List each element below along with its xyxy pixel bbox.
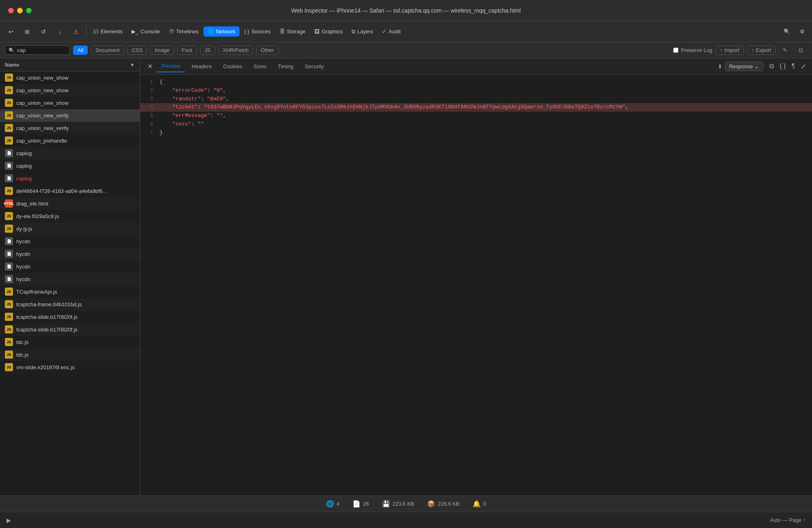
tab-console[interactable]: ▶_ Console [127, 26, 164, 37]
grid-button[interactable]: ⊞ [19, 26, 35, 37]
list-item[interactable]: JStdc.js [0, 336, 140, 348]
list-item[interactable]: JSvm-slide.e201876f.enc.js [0, 361, 140, 374]
file-name: hycdn [16, 276, 135, 282]
file-icon-html: HTML [5, 199, 13, 208]
line-content: "errMessage": "", [160, 112, 812, 120]
close-detail-button[interactable]: ✕ [145, 62, 155, 71]
network-icon: 🌐 [207, 28, 214, 35]
list-item[interactable]: JScap_union_prehandle [0, 134, 140, 147]
list-item[interactable]: JStdc.js [0, 348, 140, 361]
import-button[interactable]: ↑ Import [716, 45, 744, 55]
list-item[interactable]: JScap_union_new_verify [0, 122, 140, 134]
list-item[interactable]: 📄hycdn [0, 235, 140, 248]
response-dropdown[interactable]: Response ⌄ [725, 62, 764, 71]
sort-icon[interactable]: ▼ [130, 62, 135, 68]
tab-timelines[interactable]: ⏱ Timelines [165, 26, 203, 37]
list-item[interactable]: JScap_union_new_show [0, 97, 140, 109]
preserve-log-label[interactable]: Preserve Log [681, 47, 712, 53]
warning-button[interactable]: ⚠ [68, 26, 84, 37]
response-download-icon: ⬇ [718, 63, 722, 69]
tab-sources[interactable]: { } Sources [240, 26, 275, 37]
page-info: Auto — Page ↑ [770, 517, 806, 523]
file-icon-doc: 📄 [5, 162, 13, 170]
console-toggle[interactable]: ▶ [6, 517, 11, 524]
text-icon[interactable]: ¶ [790, 61, 796, 71]
list-item[interactable]: JStcaptcha-slide.b170820f.js [0, 323, 140, 336]
status-transferred: 💾 223.6 KB [382, 500, 415, 508]
list-item[interactable]: JSTCapIframeApi.js [0, 286, 140, 298]
resize-icon[interactable]: ⤢ [799, 61, 807, 71]
search-button[interactable]: 🔍 [780, 26, 794, 37]
line-number: 1 [140, 78, 160, 87]
maximize-button[interactable] [26, 8, 32, 13]
tab-graphics[interactable]: 🖼 Graphics [310, 26, 347, 37]
braces-icon[interactable]: { } [778, 61, 787, 71]
filter-all[interactable]: All [73, 45, 88, 55]
tab-preview[interactable]: Preview [157, 61, 185, 72]
preserve-log-checkbox[interactable] [673, 48, 678, 53]
line-content: "randstr": "@aE0", [160, 95, 812, 104]
download-button[interactable]: ↓ [52, 26, 67, 37]
back-button[interactable]: ↩ [3, 26, 19, 37]
tab-layers-label: Layers [357, 28, 373, 35]
tab-timing[interactable]: Timing [273, 61, 298, 72]
code-line: 6 "sess": "" [140, 120, 812, 129]
code-line: 4 "ticket": "t037wB0A3PqVgyLEn_vXxg0Yoto… [140, 103, 812, 112]
clear-button[interactable]: ✎ [779, 46, 791, 54]
layers-icon: ⧉ [352, 28, 355, 35]
list-item[interactable]: JScap_union_new_show [0, 84, 140, 97]
filter-button[interactable]: ⊡ [795, 46, 807, 54]
tab-headers[interactable]: Headers [187, 61, 216, 72]
tab-security[interactable]: Security [300, 61, 329, 72]
list-item[interactable]: 📄caplog [0, 147, 140, 160]
filter-css[interactable]: CSS [127, 45, 147, 55]
response-label: Response [729, 63, 753, 69]
file-icon-js: JS [5, 325, 13, 333]
list-item[interactable]: 📄caplog [0, 160, 140, 172]
filter-js[interactable]: JS [200, 45, 215, 55]
tab-sizes[interactable]: Sizes [248, 61, 271, 72]
list-item[interactable]: JSdy-ele.f029a5c8.js [0, 210, 140, 223]
refresh-button[interactable]: ↺ [36, 26, 51, 37]
tab-timelines-label: Timelines [176, 28, 199, 35]
search-box: 🔍 [5, 45, 70, 55]
action-icons: ⧉ { } ¶ ⤢ [768, 61, 807, 71]
filter-xhr[interactable]: XHR/Fetch [218, 45, 253, 55]
graphics-icon: 🖼 [314, 28, 320, 35]
traffic-lights [8, 8, 32, 13]
list-item[interactable]: JScap_union_new_show [0, 71, 140, 84]
list-item[interactable]: JScap_union_new_verify [0, 109, 140, 122]
close-button[interactable] [8, 8, 14, 13]
list-item[interactable]: JSdef46644-f726-4163-ad04-a4efa9bf6... [0, 185, 140, 197]
response-selector: ⬇ Response ⌄ [718, 62, 764, 71]
tab-storage[interactable]: 🗄 Storage [276, 26, 310, 37]
preserve-log-container: Preserve Log [673, 47, 712, 53]
list-item[interactable]: JStcaptcha-slide.b170820f.js [0, 311, 140, 323]
filter-other[interactable]: Other [256, 45, 279, 55]
list-item[interactable]: 📄caplog [0, 172, 140, 185]
copy-icon[interactable]: ⧉ [768, 61, 775, 71]
tab-elements[interactable]: ⟨/⟩ Elements [89, 26, 127, 37]
list-item[interactable]: 📄hycdn [0, 260, 140, 273]
timelines-icon: ⏱ [169, 28, 174, 35]
line-number: 3 [140, 95, 160, 104]
list-item[interactable]: 📄hycdn [0, 273, 140, 286]
filter-font[interactable]: Font [177, 45, 197, 55]
tab-cookies[interactable]: Cookies [218, 61, 247, 72]
list-item[interactable]: HTMLdrag_ele.html [0, 197, 140, 210]
file-name: tcaptcha-frame.04b101bd.js [16, 301, 135, 307]
filter-image[interactable]: Image [150, 45, 174, 55]
transferred-size: 223.6 KB [393, 501, 415, 507]
list-item[interactable]: JStcaptcha-frame.04b101bd.js [0, 298, 140, 311]
filter-document[interactable]: Document [91, 45, 124, 55]
minimize-button[interactable] [17, 8, 23, 13]
tab-layers[interactable]: ⧉ Layers [348, 26, 377, 37]
list-item[interactable]: 📄hycdn [0, 248, 140, 260]
settings-button[interactable]: ⚙ [796, 26, 809, 37]
tab-network[interactable]: 🌐 Network [203, 26, 240, 37]
list-item[interactable]: JSdy-jy.js [0, 223, 140, 235]
tab-audit[interactable]: ✓ Audit [378, 26, 405, 37]
code-view: 1{2 "errorCode": "0",3 "randstr": "@aE0"… [140, 75, 812, 496]
export-button[interactable]: ↑ Export [747, 45, 775, 55]
search-input[interactable] [17, 47, 66, 53]
